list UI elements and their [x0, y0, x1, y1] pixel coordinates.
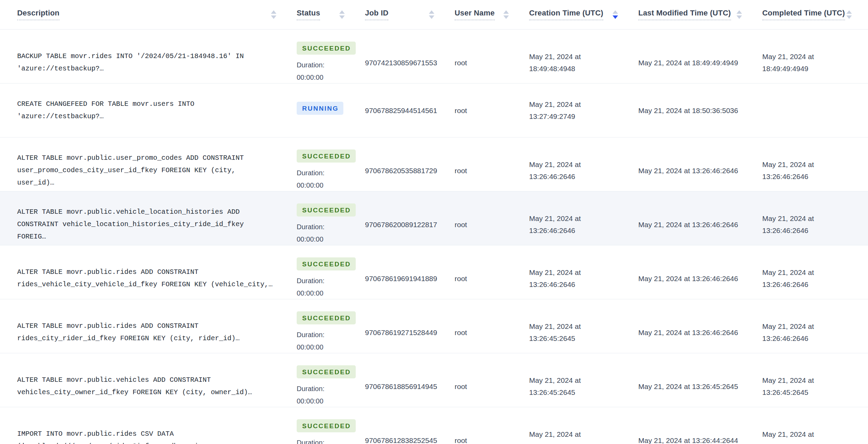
job-status-cell: SUCCEEDED Duration: 00:00:00 [297, 407, 365, 444]
completed-time: May 21, 2024 at 13:26:44:2644 [762, 428, 868, 444]
sort-down-arrow-icon [429, 15, 434, 19]
sort-icon[interactable] [270, 9, 278, 20]
job-description: CREATE CHANGEFEED FOR TABLE movr.users I… [17, 98, 297, 123]
status-badge: RUNNING [297, 102, 343, 115]
status-badge: SUCCEEDED [297, 42, 356, 55]
column-label: Description [17, 9, 59, 20]
column-header-description[interactable]: Description [17, 0, 297, 29]
status-badge: SUCCEEDED [297, 203, 356, 217]
completed-time: May 21, 2024 at 13:26:46:2646 [762, 212, 868, 236]
table-row[interactable]: BACKUP TABLE movr.rides INTO '/2024/05/2… [0, 30, 868, 84]
last-modified-time: May 21, 2024 at 13:26:46:2646 [638, 219, 762, 231]
sort-icon[interactable] [611, 9, 619, 20]
job-id: 970678612838252545 [365, 434, 455, 444]
table-row[interactable]: ALTER TABLE movr.public.rides ADD CONSTR… [0, 299, 868, 353]
user-name: root [455, 273, 529, 285]
completed-time: May 21, 2024 at 13:26:45:2645 [762, 374, 868, 398]
sort-icon[interactable] [845, 9, 853, 20]
sort-down-arrow-icon [271, 15, 276, 19]
completed-time: May 21, 2024 at 13:26:46:2646 [762, 320, 868, 344]
status-badge: SUCCEEDED [297, 149, 356, 163]
column-header-last-modified-time[interactable]: Last Modified Time (UTC) [638, 0, 762, 29]
job-duration: Duration: 00:00:00 [297, 382, 355, 407]
table-row[interactable]: ALTER TABLE movr.public.vehicle_location… [0, 191, 868, 245]
sort-icon[interactable] [338, 9, 346, 20]
job-id: 970678618856914945 [365, 380, 455, 392]
job-description: ALTER TABLE movr.public.rides ADD CONSTR… [17, 320, 297, 345]
creation-time: May 21, 2024 at 13:26:46:2646 [529, 266, 638, 290]
table-row[interactable]: IMPORT INTO movr.public.rides CSV DATA (… [0, 407, 868, 444]
job-duration: Duration: 00:00:00 [297, 59, 355, 84]
sort-down-arrow-icon [613, 15, 618, 19]
job-status-cell: SUCCEEDED Duration: 00:00:00 [297, 30, 365, 96]
column-label: Completed Time (UTC) [762, 9, 845, 20]
sort-up-arrow-icon [271, 10, 276, 14]
sort-up-arrow-icon [613, 10, 618, 14]
column-label: Job ID [365, 9, 388, 20]
sort-icon[interactable] [735, 9, 743, 20]
completed-time: May 21, 2024 at 13:26:46:2646 [762, 266, 868, 290]
job-id: 970678619691941889 [365, 273, 455, 285]
status-badge: SUCCEEDED [297, 257, 356, 270]
job-duration: Duration: 00:00:00 [297, 275, 355, 299]
sort-up-arrow-icon [339, 10, 345, 14]
job-description: ALTER TABLE movr.public.vehicles ADD CON… [17, 374, 297, 399]
job-id: 970678620089122817 [365, 219, 455, 231]
table-row[interactable]: ALTER TABLE movr.public.vehicles ADD CON… [0, 353, 868, 407]
job-duration: Duration: 00:00:00 [297, 167, 355, 191]
column-header-creation-time[interactable]: Creation Time (UTC) [529, 0, 638, 29]
user-name: root [455, 326, 529, 338]
creation-time: May 21, 2024 at 13:26:43:2643 [529, 428, 638, 444]
job-status-cell: RUNNING [297, 90, 365, 131]
user-name: root [455, 219, 529, 231]
last-modified-time: May 21, 2024 at 13:26:46:2646 [638, 165, 762, 177]
column-header-completed-time[interactable]: Completed Time (UTC) [762, 0, 868, 29]
column-label: User Name [455, 9, 495, 20]
column-label: Last Modified Time (UTC) [638, 9, 731, 20]
sort-icon[interactable] [502, 9, 510, 20]
sort-up-arrow-icon [429, 10, 434, 14]
last-modified-time: May 21, 2024 at 13:26:44:2644 [638, 434, 762, 444]
column-label: Creation Time (UTC) [529, 9, 603, 20]
completed-time: May 21, 2024 at 13:26:46:2646 [762, 158, 868, 182]
sort-icon[interactable] [427, 9, 436, 20]
jobs-table: Description Status Job ID User Name Crea… [0, 0, 868, 444]
job-duration: Duration: 00:00:00 [297, 436, 355, 444]
sort-down-arrow-icon [846, 15, 852, 19]
last-modified-time: May 21, 2024 at 18:50:36:5036 [638, 104, 762, 116]
table-row[interactable]: CREATE CHANGEFEED FOR TABLE movr.users I… [0, 84, 868, 137]
column-header-user-name[interactable]: User Name [455, 0, 529, 29]
table-header-row: Description Status Job ID User Name Crea… [0, 0, 868, 30]
status-badge: SUCCEEDED [297, 419, 356, 432]
creation-time: May 21, 2024 at 13:27:49:2749 [529, 98, 638, 122]
table-row[interactable]: ALTER TABLE movr.public.user_promo_codes… [0, 137, 868, 191]
creation-time: May 21, 2024 at 13:26:45:2645 [529, 320, 638, 344]
table-row[interactable]: ALTER TABLE movr.public.rides ADD CONSTR… [0, 245, 868, 299]
last-modified-time: May 21, 2024 at 13:26:45:2645 [638, 380, 762, 392]
sort-up-arrow-icon [503, 10, 509, 14]
creation-time: May 21, 2024 at 13:26:46:2646 [529, 158, 638, 182]
creation-time: May 21, 2024 at 13:26:46:2646 [529, 212, 638, 236]
column-header-job-id[interactable]: Job ID [365, 0, 455, 29]
sort-down-arrow-icon [339, 15, 345, 19]
job-description: IMPORT INTO movr.public.rides CSV DATA (… [17, 428, 297, 444]
user-name: root [455, 104, 529, 116]
job-id: 970678825944514561 [365, 104, 455, 116]
user-name: root [455, 165, 529, 177]
column-header-status[interactable]: Status [297, 0, 365, 29]
last-modified-time: May 21, 2024 at 13:26:46:2646 [638, 273, 762, 285]
sort-down-arrow-icon [503, 15, 509, 19]
sort-down-arrow-icon [736, 15, 742, 19]
last-modified-time: May 21, 2024 at 13:26:46:2646 [638, 326, 762, 338]
job-id: 970742130859671553 [365, 57, 455, 69]
creation-time: May 21, 2024 at 13:26:45:2645 [529, 374, 638, 398]
job-id: 970678620535881729 [365, 165, 455, 177]
job-description: ALTER TABLE movr.public.rides ADD CONSTR… [17, 266, 297, 291]
job-id: 970678619271528449 [365, 326, 455, 338]
user-name: root [455, 434, 529, 444]
user-name: root [455, 57, 529, 69]
user-name: root [455, 380, 529, 392]
job-description: ALTER TABLE movr.public.vehicle_location… [17, 206, 297, 243]
job-duration: Duration: 00:00:00 [297, 221, 355, 245]
creation-time: May 21, 2024 at 18:49:48:4948 [529, 51, 638, 75]
